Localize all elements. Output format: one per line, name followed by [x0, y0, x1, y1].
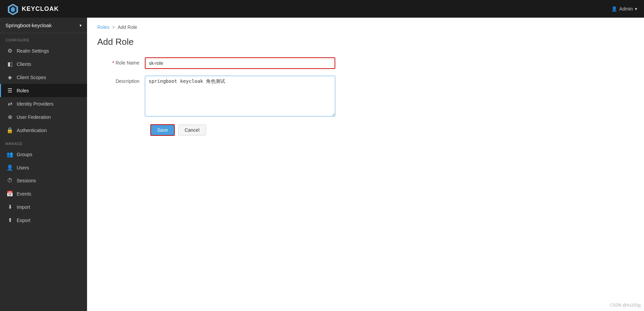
- description-control: springboot keycloak 角色测试: [145, 76, 335, 117]
- users-icon: 👤: [6, 164, 13, 171]
- sidebar-item-realm-settings[interactable]: ⚙ Realm Settings: [0, 44, 87, 57]
- sidebar-item-label: Roles: [17, 88, 29, 93]
- sidebar-item-import[interactable]: ⬇ Import: [0, 200, 87, 214]
- logo-area: KEYCLOAK: [7, 3, 59, 15]
- description-textarea[interactable]: springboot keycloak 角色测试: [145, 76, 335, 116]
- role-name-label: *Role Name: [97, 57, 145, 66]
- manage-section-label: Manage: [0, 137, 87, 148]
- sidebar-item-label: Events: [17, 191, 31, 197]
- role-name-row: *Role Name: [97, 57, 335, 69]
- import-icon: ⬇: [6, 204, 13, 210]
- sidebar-item-label: Clients: [17, 61, 31, 67]
- sidebar-item-users[interactable]: 👤 Users: [0, 161, 87, 174]
- sidebar-item-authentication[interactable]: 🔒 Authentication: [0, 124, 87, 137]
- client-scopes-icon: ◈: [6, 74, 13, 80]
- sidebar-item-label: Sessions: [17, 178, 36, 183]
- keycloak-logo-icon: [7, 3, 19, 15]
- realm-name: Springboot-keycloak: [5, 22, 52, 28]
- sidebar-item-export[interactable]: ⬆ Export: [0, 214, 87, 227]
- sidebar-item-clients[interactable]: ◧ Clients: [0, 57, 87, 71]
- roles-icon: ☰: [6, 87, 13, 94]
- authentication-icon: 🔒: [6, 127, 13, 133]
- user-dropdown-icon: ▾: [635, 6, 637, 12]
- role-name-control: [145, 57, 335, 69]
- identity-providers-icon: ⇄: [6, 100, 13, 107]
- role-name-input[interactable]: [145, 57, 335, 69]
- breadcrumb: Roles > Add Role: [97, 24, 634, 30]
- sidebar-item-label: Users: [17, 165, 29, 170]
- sidebar-item-label: Export: [17, 218, 30, 223]
- sidebar-item-events[interactable]: 📅 Events: [0, 187, 87, 200]
- clients-icon: ◧: [6, 61, 13, 67]
- watermark: CSDN @liu320yj: [610, 303, 641, 308]
- user-icon: 👤: [611, 6, 617, 12]
- logo-text: KEYCLOAK: [22, 5, 59, 13]
- form-buttons: Save Cancel: [150, 124, 335, 136]
- breadcrumb-separator: >: [112, 24, 115, 30]
- sessions-icon: ⏱: [6, 178, 13, 184]
- sidebar-item-roles[interactable]: ☰ Roles: [0, 84, 87, 97]
- configure-section-label: Configure: [0, 33, 87, 44]
- sidebar-item-label: Realm Settings: [17, 48, 49, 54]
- sidebar-item-user-federation[interactable]: ⊕ User Federation: [0, 110, 87, 124]
- save-button[interactable]: Save: [150, 124, 175, 136]
- sidebar-item-identity-providers[interactable]: ⇄ Identity Providers: [0, 97, 87, 110]
- description-label: Description: [97, 76, 145, 84]
- main-content: Roles > Add Role Add Role *Role Name Des…: [87, 18, 644, 311]
- sidebar-item-groups[interactable]: 👥 Groups: [0, 148, 87, 161]
- user-federation-icon: ⊕: [6, 114, 13, 120]
- required-star: *: [113, 60, 114, 66]
- breadcrumb-current: Add Role: [118, 24, 137, 30]
- sidebar-item-label: Groups: [17, 152, 32, 157]
- realm-settings-icon: ⚙: [6, 48, 13, 54]
- sidebar-item-label: User Federation: [17, 114, 51, 120]
- sidebar-item-sessions[interactable]: ⏱ Sessions: [0, 174, 87, 187]
- sidebar-item-label: Import: [17, 204, 30, 210]
- user-label: Admin: [619, 6, 633, 12]
- sidebar-item-label: Client Scopes: [17, 75, 46, 80]
- top-nav: KEYCLOAK 👤 Admin ▾: [0, 0, 644, 18]
- realm-selector[interactable]: Springboot-keycloak ▾: [0, 18, 87, 33]
- breadcrumb-roles-link[interactable]: Roles: [97, 24, 109, 30]
- cancel-button[interactable]: Cancel: [178, 125, 206, 135]
- sidebar: Springboot-keycloak ▾ Configure ⚙ Realm …: [0, 18, 87, 311]
- realm-dropdown-icon: ▾: [80, 23, 82, 28]
- add-role-form: *Role Name Description springboot keyclo…: [97, 57, 335, 136]
- events-icon: 📅: [6, 190, 13, 197]
- groups-icon: 👥: [6, 151, 13, 158]
- description-row: Description springboot keycloak 角色测试: [97, 76, 335, 117]
- sidebar-item-label: Authentication: [17, 128, 47, 133]
- sidebar-item-label: Identity Providers: [17, 101, 53, 107]
- user-menu[interactable]: 👤 Admin ▾: [611, 6, 637, 12]
- page-title: Add Role: [97, 37, 634, 47]
- export-icon: ⬆: [6, 217, 13, 223]
- sidebar-item-client-scopes[interactable]: ◈ Client Scopes: [0, 71, 87, 84]
